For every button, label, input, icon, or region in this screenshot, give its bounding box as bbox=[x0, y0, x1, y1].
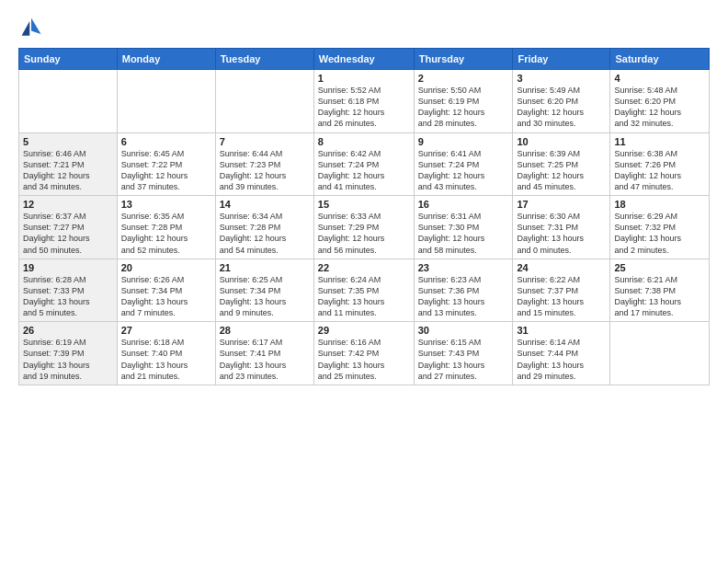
day-number: 14 bbox=[220, 199, 310, 210]
calendar-cell: 21Sunrise: 6:25 AM Sunset: 7:34 PM Dayli… bbox=[215, 259, 313, 322]
calendar-cell bbox=[215, 70, 313, 133]
cell-content: Sunrise: 6:28 AM Sunset: 7:33 PM Dayligh… bbox=[23, 274, 113, 319]
calendar-cell bbox=[19, 70, 118, 133]
calendar-cell: 3Sunrise: 5:49 AM Sunset: 6:20 PM Daylig… bbox=[513, 70, 610, 133]
cell-content: Sunrise: 5:50 AM Sunset: 6:19 PM Dayligh… bbox=[418, 85, 509, 130]
calendar-cell: 22Sunrise: 6:24 AM Sunset: 7:35 PM Dayli… bbox=[313, 259, 414, 322]
cell-content: Sunrise: 6:34 AM Sunset: 7:28 PM Dayligh… bbox=[220, 211, 310, 256]
calendar-cell: 4Sunrise: 5:48 AM Sunset: 6:20 PM Daylig… bbox=[610, 70, 710, 133]
cell-content: Sunrise: 6:15 AM Sunset: 7:43 PM Dayligh… bbox=[418, 337, 509, 382]
calendar-cell: 16Sunrise: 6:31 AM Sunset: 7:30 PM Dayli… bbox=[414, 196, 513, 259]
day-header-sunday: Sunday bbox=[19, 49, 118, 70]
cell-content: Sunrise: 6:14 AM Sunset: 7:44 PM Dayligh… bbox=[517, 337, 606, 382]
calendar-cell bbox=[610, 322, 710, 385]
day-number: 16 bbox=[418, 199, 509, 210]
calendar-page: SundayMondayTuesdayWednesdayThursdayFrid… bbox=[0, 0, 728, 563]
day-header-monday: Monday bbox=[117, 49, 215, 70]
day-header-thursday: Thursday bbox=[414, 49, 513, 70]
cell-content: Sunrise: 6:29 AM Sunset: 7:32 PM Dayligh… bbox=[614, 211, 705, 256]
day-number: 17 bbox=[517, 199, 606, 210]
cell-content: Sunrise: 5:52 AM Sunset: 6:18 PM Dayligh… bbox=[318, 85, 410, 130]
calendar-cell: 27Sunrise: 6:18 AM Sunset: 7:40 PM Dayli… bbox=[117, 322, 215, 385]
day-number: 7 bbox=[220, 136, 310, 147]
day-header-wednesday: Wednesday bbox=[313, 49, 414, 70]
calendar-cell: 17Sunrise: 6:30 AM Sunset: 7:31 PM Dayli… bbox=[513, 196, 610, 259]
calendar-cell: 1Sunrise: 5:52 AM Sunset: 6:18 PM Daylig… bbox=[313, 70, 414, 133]
day-number: 26 bbox=[23, 325, 113, 336]
days-of-week-row: SundayMondayTuesdayWednesdayThursdayFrid… bbox=[19, 49, 710, 70]
cell-content: Sunrise: 6:22 AM Sunset: 7:37 PM Dayligh… bbox=[517, 274, 606, 319]
cell-content: Sunrise: 6:42 AM Sunset: 7:24 PM Dayligh… bbox=[318, 148, 410, 193]
cell-content: Sunrise: 5:48 AM Sunset: 6:20 PM Dayligh… bbox=[614, 85, 705, 130]
day-number: 30 bbox=[418, 325, 509, 336]
calendar-cell: 12Sunrise: 6:37 AM Sunset: 7:27 PM Dayli… bbox=[19, 196, 118, 259]
day-number: 1 bbox=[318, 73, 410, 84]
cell-content: Sunrise: 6:38 AM Sunset: 7:26 PM Dayligh… bbox=[614, 148, 705, 193]
calendar-cell: 7Sunrise: 6:44 AM Sunset: 7:23 PM Daylig… bbox=[215, 132, 313, 196]
day-number: 15 bbox=[318, 199, 410, 210]
day-number: 25 bbox=[614, 262, 705, 273]
calendar-cell: 23Sunrise: 6:23 AM Sunset: 7:36 PM Dayli… bbox=[414, 259, 513, 322]
cell-content: Sunrise: 6:17 AM Sunset: 7:41 PM Dayligh… bbox=[220, 337, 310, 382]
cell-content: Sunrise: 6:16 AM Sunset: 7:42 PM Dayligh… bbox=[318, 337, 410, 382]
calendar-header: SundayMondayTuesdayWednesdayThursdayFrid… bbox=[19, 49, 710, 70]
calendar-cell: 5Sunrise: 6:46 AM Sunset: 7:21 PM Daylig… bbox=[19, 132, 118, 196]
day-number: 31 bbox=[517, 325, 606, 336]
week-row-2: 5Sunrise: 6:46 AM Sunset: 7:21 PM Daylig… bbox=[19, 132, 710, 196]
day-number: 22 bbox=[318, 262, 410, 273]
day-number: 19 bbox=[23, 262, 113, 273]
calendar-cell: 9Sunrise: 6:41 AM Sunset: 7:24 PM Daylig… bbox=[414, 132, 513, 196]
cell-content: Sunrise: 6:21 AM Sunset: 7:38 PM Dayligh… bbox=[614, 274, 705, 319]
day-number: 4 bbox=[614, 73, 705, 84]
calendar-cell: 26Sunrise: 6:19 AM Sunset: 7:39 PM Dayli… bbox=[19, 322, 118, 385]
cell-content: Sunrise: 6:37 AM Sunset: 7:27 PM Dayligh… bbox=[23, 211, 113, 256]
day-number: 6 bbox=[121, 136, 211, 147]
cell-content: Sunrise: 5:49 AM Sunset: 6:20 PM Dayligh… bbox=[517, 85, 606, 130]
calendar-cell: 30Sunrise: 6:15 AM Sunset: 7:43 PM Dayli… bbox=[414, 322, 513, 385]
calendar-cell: 2Sunrise: 5:50 AM Sunset: 6:19 PM Daylig… bbox=[414, 70, 513, 133]
day-number: 10 bbox=[517, 136, 606, 147]
calendar-cell: 28Sunrise: 6:17 AM Sunset: 7:41 PM Dayli… bbox=[215, 322, 313, 385]
cell-content: Sunrise: 6:44 AM Sunset: 7:23 PM Dayligh… bbox=[220, 148, 310, 193]
cell-content: Sunrise: 6:33 AM Sunset: 7:29 PM Dayligh… bbox=[318, 211, 410, 256]
day-header-friday: Friday bbox=[513, 49, 610, 70]
calendar-body: 1Sunrise: 5:52 AM Sunset: 6:18 PM Daylig… bbox=[19, 70, 710, 385]
calendar-cell: 31Sunrise: 6:14 AM Sunset: 7:44 PM Dayli… bbox=[513, 322, 610, 385]
svg-marker-0 bbox=[31, 18, 41, 35]
day-number: 29 bbox=[318, 325, 410, 336]
cell-content: Sunrise: 6:31 AM Sunset: 7:30 PM Dayligh… bbox=[418, 211, 509, 256]
cell-content: Sunrise: 6:30 AM Sunset: 7:31 PM Dayligh… bbox=[517, 211, 606, 256]
cell-content: Sunrise: 6:19 AM Sunset: 7:39 PM Dayligh… bbox=[23, 337, 113, 382]
calendar-cell: 15Sunrise: 6:33 AM Sunset: 7:29 PM Dayli… bbox=[313, 196, 414, 259]
day-number: 27 bbox=[121, 325, 211, 336]
day-number: 12 bbox=[23, 199, 113, 210]
day-number: 8 bbox=[318, 136, 410, 147]
cell-content: Sunrise: 6:35 AM Sunset: 7:28 PM Dayligh… bbox=[121, 211, 211, 256]
calendar-cell: 8Sunrise: 6:42 AM Sunset: 7:24 PM Daylig… bbox=[313, 132, 414, 196]
calendar-cell: 25Sunrise: 6:21 AM Sunset: 7:38 PM Dayli… bbox=[610, 259, 710, 322]
cell-content: Sunrise: 6:25 AM Sunset: 7:34 PM Dayligh… bbox=[220, 274, 310, 319]
day-number: 3 bbox=[517, 73, 606, 84]
week-row-1: 1Sunrise: 5:52 AM Sunset: 6:18 PM Daylig… bbox=[19, 70, 710, 133]
calendar-cell: 18Sunrise: 6:29 AM Sunset: 7:32 PM Dayli… bbox=[610, 196, 710, 259]
calendar-cell: 29Sunrise: 6:16 AM Sunset: 7:42 PM Dayli… bbox=[313, 322, 414, 385]
calendar-cell: 19Sunrise: 6:28 AM Sunset: 7:33 PM Dayli… bbox=[19, 259, 118, 322]
cell-content: Sunrise: 6:45 AM Sunset: 7:22 PM Dayligh… bbox=[121, 148, 211, 193]
calendar-cell: 20Sunrise: 6:26 AM Sunset: 7:34 PM Dayli… bbox=[117, 259, 215, 322]
day-header-tuesday: Tuesday bbox=[215, 49, 313, 70]
calendar-cell bbox=[117, 70, 215, 133]
day-number: 9 bbox=[418, 136, 509, 147]
day-number: 13 bbox=[121, 199, 211, 210]
svg-marker-1 bbox=[22, 21, 30, 36]
week-row-5: 26Sunrise: 6:19 AM Sunset: 7:39 PM Dayli… bbox=[19, 322, 710, 385]
calendar-cell: 11Sunrise: 6:38 AM Sunset: 7:26 PM Dayli… bbox=[610, 132, 710, 196]
logo bbox=[18, 15, 48, 40]
day-header-saturday: Saturday bbox=[610, 49, 710, 70]
cell-content: Sunrise: 6:26 AM Sunset: 7:34 PM Dayligh… bbox=[121, 274, 211, 319]
calendar-table: SundayMondayTuesdayWednesdayThursdayFrid… bbox=[18, 48, 710, 385]
calendar-cell: 6Sunrise: 6:45 AM Sunset: 7:22 PM Daylig… bbox=[117, 132, 215, 196]
day-number: 24 bbox=[517, 262, 606, 273]
day-number: 23 bbox=[418, 262, 509, 273]
cell-content: Sunrise: 6:24 AM Sunset: 7:35 PM Dayligh… bbox=[318, 274, 410, 319]
header bbox=[18, 15, 710, 40]
